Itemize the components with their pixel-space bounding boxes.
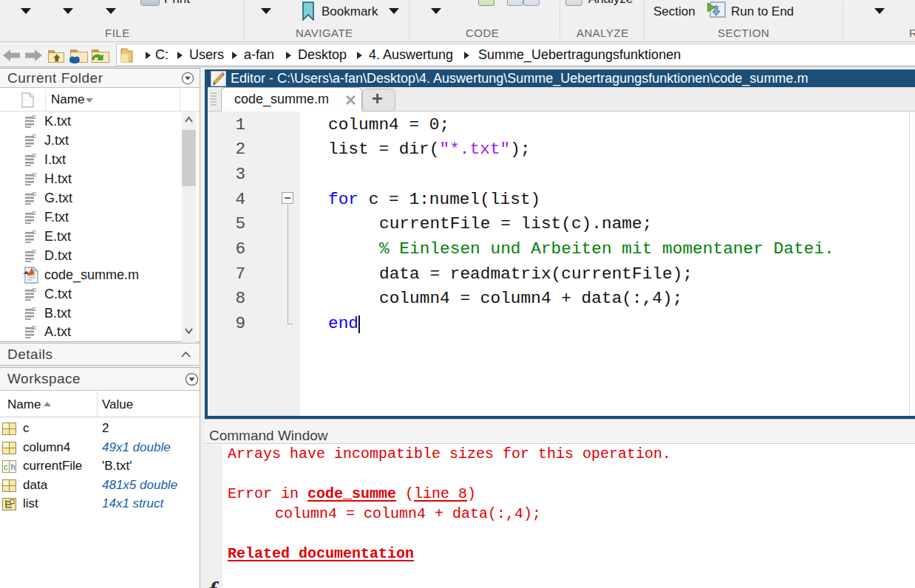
svg-text:h: h xyxy=(11,462,16,471)
svg-text:c: c xyxy=(4,462,8,471)
